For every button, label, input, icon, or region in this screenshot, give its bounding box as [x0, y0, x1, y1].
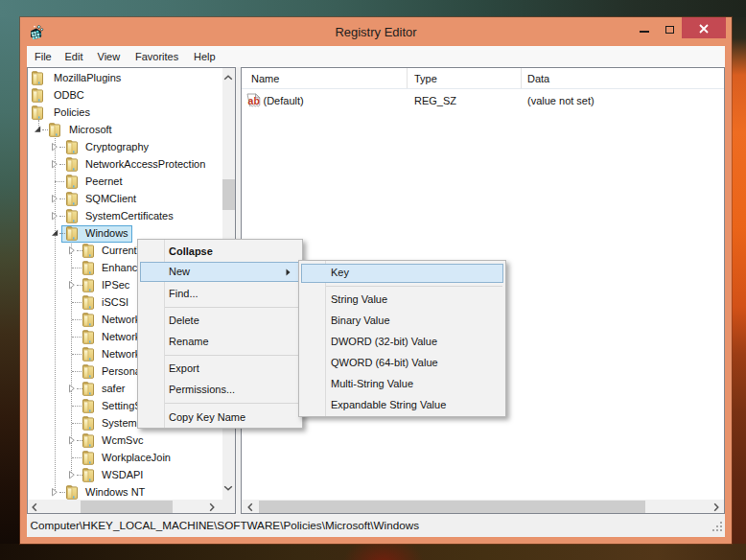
svg-text:ab: ab — [248, 95, 260, 106]
